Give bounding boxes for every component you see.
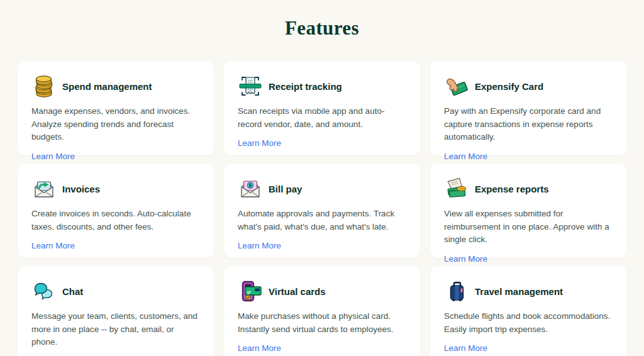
card-title: Receipt tracking — [269, 81, 342, 92]
learn-more-link[interactable]: Learn More — [31, 241, 75, 250]
card-title: Chat — [62, 286, 83, 297]
chat-bubbles-icon — [31, 279, 57, 304]
feature-card-receipt-tracking: Receipt tracking Scan receipts via mobil… — [224, 61, 420, 155]
learn-more-link[interactable]: Learn More — [444, 254, 487, 264]
feature-card-invoices: Invoices Create invoices in seconds. Aut… — [18, 164, 214, 258]
feature-card-travel-management: Travel management Schedule flights and b… — [430, 266, 626, 356]
learn-more-link[interactable]: Learn More — [31, 152, 75, 161]
card-description: Automate approvals and payments. Track w… — [238, 208, 406, 233]
suitcase-icon — [444, 279, 469, 304]
card-description: Make purchases without a physical card. … — [238, 310, 406, 336]
card-description: Scan receipts via mobile app and auto-re… — [238, 105, 406, 131]
receipt-scan-icon — [238, 74, 263, 99]
card-description: Schedule flights and book accommodations… — [444, 310, 613, 336]
card-description: Pay with an Expensify corporate card and… — [444, 105, 613, 144]
phone-card-icon — [238, 279, 263, 304]
card-description: Manage expenses, vendors, and invoices. … — [31, 105, 200, 144]
card-title: Virtual cards — [269, 286, 326, 297]
learn-more-link[interactable]: Learn More — [444, 152, 487, 161]
card-title: Invoices — [62, 184, 100, 194]
card-title: Travel management — [475, 286, 563, 297]
feature-card-chat: Chat Message your team, clients, custome… — [18, 266, 214, 356]
coins-icon — [31, 74, 57, 99]
svg-text:$: $ — [249, 182, 252, 188]
card-description: Create invoices in seconds. Auto-calcula… — [31, 208, 200, 233]
learn-more-link[interactable]: Learn More — [238, 241, 281, 250]
card-title: Expense reports — [475, 184, 549, 194]
feature-card-expense-reports: Expense reports View all expenses submit… — [430, 164, 626, 258]
card-title: Expensify Card — [475, 81, 543, 92]
features-grid: Spend management Manage expenses, vendor… — [18, 61, 626, 356]
card-description: View all expenses submitted for reimburs… — [444, 208, 613, 247]
feature-card-virtual-cards: Virtual cards Make purchases without a p… — [224, 266, 420, 356]
feature-card-spend-management: Spend management Manage expenses, vendor… — [18, 61, 214, 155]
envelope-arrow-icon — [31, 176, 57, 201]
learn-more-link[interactable]: Learn More — [444, 343, 487, 353]
feature-card-bill-pay: $ Bill pay Automate approvals and paymen… — [224, 164, 420, 258]
learn-more-link[interactable]: Learn More — [238, 138, 281, 148]
card-title: Bill pay — [269, 184, 302, 194]
card-description: Message your team, clients, customers, a… — [31, 310, 200, 349]
envelope-bill-icon: $ — [238, 176, 263, 201]
receipt-cash-icon — [444, 176, 469, 201]
hand-card-icon — [444, 74, 469, 99]
learn-more-link[interactable]: Learn More — [238, 343, 281, 353]
page-title: Features — [0, 0, 644, 40]
feature-card-expensify-card: Expensify Card Pay with an Expensify cor… — [430, 61, 626, 155]
card-title: Spend management — [62, 81, 152, 92]
